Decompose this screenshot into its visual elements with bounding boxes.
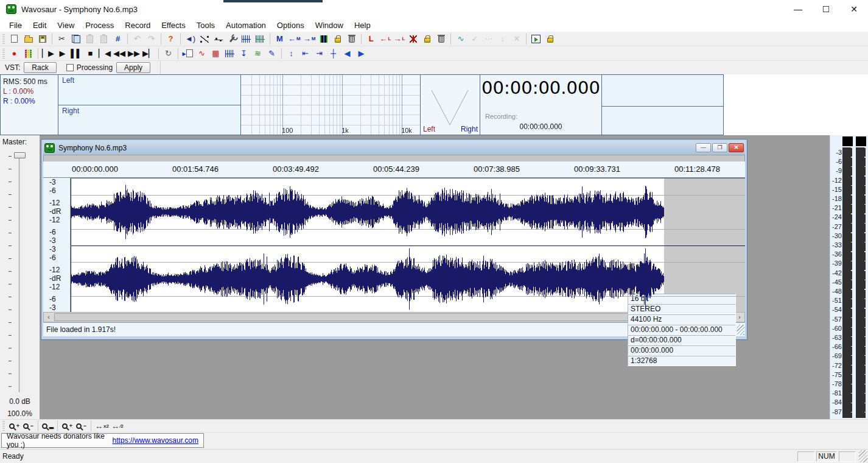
marker-delete-icon[interactable] [345,32,359,46]
wavosaur-link[interactable]: https://www.wavosaur.com [113,436,198,445]
scrollbar-thumb[interactable] [54,313,701,321]
playlist-icon[interactable] [181,47,195,60]
resample-icon[interactable] [211,32,225,46]
loop-insert-icon[interactable]: L [364,32,378,46]
minimize-button[interactable]: — [784,0,812,18]
marker-next-icon[interactable]: →M [302,32,317,46]
zoom-x2-icon[interactable]: ↔x2 [94,419,110,433]
menu-process[interactable]: Process [80,19,119,31]
rewind-icon[interactable]: ◀◀ [112,47,127,60]
loop-playback-icon[interactable]: ↻ [161,47,175,60]
help-icon[interactable]: ? [164,32,178,46]
audio-config-icon[interactable] [225,32,239,46]
menu-record[interactable]: Record [119,19,156,31]
new-file-icon[interactable] [7,32,21,46]
marker-prev-icon[interactable]: ←M [287,32,302,46]
interpolate-icon[interactable] [197,32,211,46]
menu-view[interactable]: View [52,19,80,31]
zoom-in-icon[interactable]: + [7,419,21,433]
envelope-delete-icon[interactable]: ✕ [509,32,523,46]
trim-icon[interactable]: # [111,32,125,46]
sonogram-3d-icon[interactable]: ▦ [209,47,223,60]
open-file-icon[interactable] [21,32,35,46]
waveform-area[interactable] [71,178,745,312]
envelope-vertical-icon[interactable]: ↕ [495,32,509,46]
vertical-zoom-wave-icon[interactable]: ↕ [284,47,298,60]
crop-left-icon[interactable]: ⇤ [298,47,312,60]
fade-out-icon[interactable]: ▶ [354,47,368,60]
copy-icon[interactable] [69,32,83,46]
master-fader-track[interactable] [19,154,21,392]
redo-icon[interactable]: ↷ [144,32,158,46]
processing-checkbox[interactable] [66,64,74,71]
menu-tools[interactable]: Tools [191,19,220,31]
menu-options[interactable]: Options [271,19,310,31]
master-fader-handle[interactable] [14,152,26,158]
envelope-icon[interactable]: ∿ [453,32,467,46]
marker-lock-icon[interactable] [331,32,345,46]
undo-icon[interactable]: ↶ [130,32,144,46]
record-icon[interactable]: ● [7,47,21,60]
editor-resize-grip[interactable] [737,325,744,335]
pause-icon[interactable]: ▌▌ [69,47,83,60]
menu-effects[interactable]: Effects [156,19,191,31]
save-file-icon[interactable] [35,32,49,46]
waveform-overview-icon[interactable] [253,32,267,46]
zoom-half-icon[interactable]: ↔⁄2 [110,419,125,433]
waveform-stats-icon[interactable] [223,47,237,60]
zoom-selection-icon[interactable]: ▂ [41,419,55,433]
editor-minimize-button[interactable]: — [696,143,711,152]
editor-restore-button[interactable]: ❐ [712,143,727,152]
crop-right-icon[interactable]: ⇥ [312,47,326,60]
loop-lock-icon[interactable] [420,32,434,46]
vu-db-label: -60 [832,325,842,332]
batch-process-icon[interactable]: ≋ [251,47,265,60]
envelope-points-icon[interactable]: ⋯ [481,32,495,46]
waveform-view-icon[interactable] [239,32,253,46]
statistics-icon[interactable]: ↧ [237,47,251,60]
paste-icon[interactable] [83,32,97,46]
play-from-cursor-icon[interactable]: ▏▶ [41,47,55,60]
menu-file[interactable]: File [4,19,27,31]
play-lock-icon[interactable] [543,32,557,46]
draw-tool-icon[interactable]: ✎ [265,47,279,60]
vst-rack-button[interactable]: Rack [24,62,56,73]
zoom-out-icon[interactable]: − [21,419,35,433]
menu-automation[interactable]: Automation [220,19,271,31]
envelope-apply-icon[interactable]: ✓ [467,32,481,46]
auto-play-icon[interactable] [529,32,543,46]
fade-in-icon[interactable]: ◀ [340,47,354,60]
fast-forward-icon[interactable]: ▶▶ [127,47,141,60]
maximize-button[interactable]: ☐ [812,0,840,18]
editor-close-button[interactable]: ✕ [729,143,744,152]
stop-icon[interactable]: ■ [83,47,97,60]
scroll-left-arrow[interactable]: ‹ [44,313,54,322]
go-end-icon[interactable]: ▶▏ [141,47,156,60]
menu-help[interactable]: Help [349,19,376,31]
close-button[interactable]: ✕ [840,0,868,18]
paste-insert-icon[interactable] [97,32,111,46]
zoom-vertical-out-icon[interactable]: − [74,419,88,433]
volume-icon[interactable]: ◄) [183,32,197,46]
go-start-icon[interactable]: ▏◀ [97,47,112,60]
play-icon[interactable]: ▶ [55,47,69,60]
marker-insert-icon[interactable]: M [273,32,287,46]
loop-view-icon[interactable] [406,32,420,46]
spectrum-analysis-icon[interactable]: ∿ [195,47,209,60]
record-monitor-icon[interactable] [21,47,35,60]
editor-title-bar[interactable]: Symphony No.6.mp3 —❐✕ [43,141,745,155]
menu-window[interactable]: Window [310,19,349,31]
silence-selection-icon[interactable]: ┼ [326,47,340,60]
waveform-canvas[interactable] [71,178,664,312]
vu-db-labels: -3-6-9-12-15-18-21-24-27-30-33-36-39-42-… [830,149,842,415]
main-resize-grip[interactable] [859,450,867,462]
loop-delete-icon[interactable] [434,32,448,46]
zoom-vertical-in-icon[interactable]: + [60,419,74,433]
loop-prev-icon[interactable]: ←L [378,32,392,46]
marker-view-icon[interactable] [317,32,331,46]
time-ruler[interactable]: 00:00:00.00000:01:54.74600:03:49.49200:0… [43,161,745,178]
menu-edit[interactable]: Edit [27,19,52,31]
loop-next-icon[interactable]: →L [392,32,406,46]
cut-icon[interactable]: ✂ [55,32,69,46]
vst-apply-button[interactable]: Apply [116,62,150,73]
